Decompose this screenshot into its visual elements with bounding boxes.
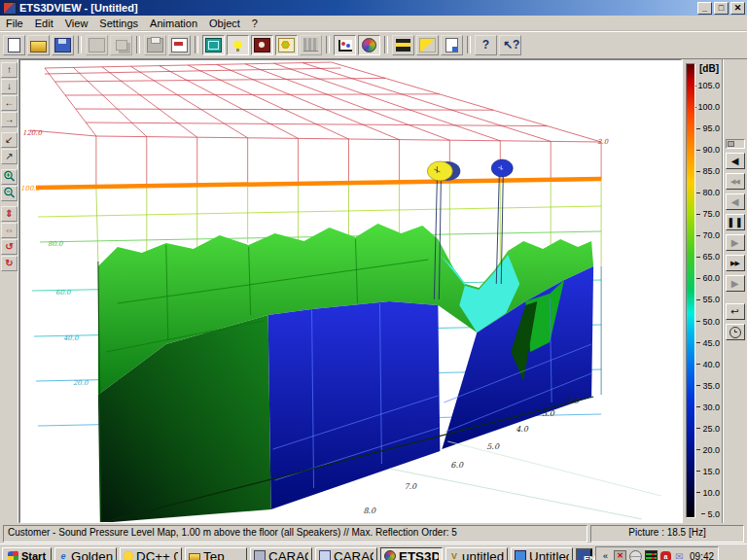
taskbar-task-untitled2[interactable]: Untitled - ... bbox=[511, 547, 573, 560]
zoom-in-button[interactable] bbox=[1, 169, 18, 185]
animation-film-button[interactable] bbox=[392, 35, 414, 55]
scale-row: 100.0 bbox=[695, 102, 720, 112]
language-indicator[interactable]: EN bbox=[576, 548, 592, 560]
scale-tick bbox=[696, 471, 700, 472]
taskbar-task-caracal[interactable]: CARACAL... bbox=[315, 547, 377, 560]
show-mapping-button[interactable] bbox=[275, 35, 298, 55]
edit-object-button[interactable] bbox=[441, 35, 463, 55]
menu-animation[interactable]: Animation bbox=[144, 17, 203, 30]
rotate-up-right-button[interactable]: ↗ bbox=[1, 149, 18, 164]
step-back-button[interactable]: ◀ bbox=[726, 193, 745, 210]
traffic-monitor-icon[interactable] bbox=[645, 550, 658, 560]
show-chart-button[interactable] bbox=[300, 35, 322, 55]
timer-button[interactable] bbox=[726, 324, 745, 340]
taskbar-task-ets3dview[interactable]: ETS3DVIE... bbox=[380, 547, 443, 560]
taskbar-task-caracad[interactable]: CARACAD ... bbox=[250, 547, 312, 560]
rotate-vertical-button[interactable]: ⇕ bbox=[1, 206, 18, 222]
taskbar-task-untitled1[interactable]: V untitled1 - ... bbox=[445, 547, 508, 560]
scale-labels: 105.0 100.0 95.0 90.0 85.0 80.0 75.0 70.… bbox=[695, 81, 720, 519]
skip-to-start-button[interactable]: ◀◀ bbox=[726, 173, 745, 190]
status-bar: Customer - Sound Pressure Level Map, 1.0… bbox=[0, 523, 747, 543]
save-button[interactable] bbox=[52, 35, 74, 55]
scale-tick bbox=[696, 342, 700, 343]
mail-icon[interactable]: ✉ bbox=[674, 551, 685, 560]
pan-up-button[interactable]: ↑ bbox=[1, 62, 18, 78]
menu-view[interactable]: View bbox=[59, 17, 94, 30]
task-label: CARACAL... bbox=[334, 549, 374, 560]
magnifier-minus-icon bbox=[3, 187, 16, 199]
print-button[interactable] bbox=[144, 35, 166, 55]
play-reverse-button[interactable]: ◀ bbox=[726, 153, 745, 169]
start-button[interactable]: Start bbox=[2, 547, 52, 560]
menu-settings[interactable]: Settings bbox=[93, 17, 144, 30]
scale-row: 15.0 bbox=[695, 467, 720, 476]
browser-icon: e bbox=[58, 551, 68, 560]
scale-tick bbox=[696, 299, 700, 300]
close-button[interactable]: ✕ bbox=[730, 2, 745, 15]
menu-help[interactable]: ? bbox=[246, 17, 264, 30]
print-preview-button[interactable] bbox=[168, 35, 191, 55]
menu-object[interactable]: Object bbox=[203, 17, 246, 30]
taskbar-task-dcpp[interactable]: DC++ 0.6... bbox=[120, 547, 182, 560]
taskbar-task-tep[interactable]: Tep bbox=[185, 547, 247, 560]
printer-icon bbox=[147, 38, 163, 52]
export-picture-button[interactable] bbox=[416, 35, 439, 55]
show-grid-map-button[interactable] bbox=[358, 35, 380, 55]
scale-label: 20.0 bbox=[702, 445, 720, 455]
scale-label: 15.0 bbox=[702, 467, 720, 476]
slider-thumb[interactable] bbox=[728, 141, 734, 147]
new-button[interactable] bbox=[3, 35, 25, 55]
scale-label: 100.0 bbox=[697, 102, 720, 112]
spl-surface bbox=[98, 224, 593, 522]
floppy-disk-icon bbox=[54, 38, 71, 52]
tray-collapse-chevron[interactable]: « bbox=[600, 551, 611, 560]
minimize-button[interactable]: _ bbox=[697, 2, 712, 15]
pan-down-button[interactable]: ↓ bbox=[1, 79, 18, 94]
loop-button[interactable]: ↩ bbox=[726, 303, 745, 320]
title-bar: ETS3DVIEW - [Untitled] _ □ ✕ bbox=[0, 0, 747, 16]
globe-icon[interactable] bbox=[629, 550, 642, 560]
spin-right-button[interactable]: ↻ bbox=[1, 256, 18, 271]
antivirus-icon[interactable]: a bbox=[660, 551, 671, 560]
db-axis-label: 120.0 bbox=[22, 129, 43, 137]
show-sources-button[interactable] bbox=[227, 35, 249, 55]
scale-row: 90.0 bbox=[695, 145, 720, 155]
network-error-icon[interactable]: ✕ bbox=[614, 550, 626, 560]
system-tray: « ✕ a ✉ 09:42 bbox=[595, 546, 719, 560]
context-help-button[interactable]: ↖? bbox=[499, 35, 521, 55]
rotate-down-left-button[interactable]: ↙ bbox=[1, 132, 18, 148]
copy-button[interactable] bbox=[110, 35, 132, 55]
db-axis-label: 100.0 bbox=[20, 185, 41, 192]
scale-row: 85.0 bbox=[695, 166, 720, 176]
zoom-out-button[interactable] bbox=[1, 186, 18, 201]
show-listeners-button[interactable] bbox=[251, 35, 273, 55]
open-button[interactable] bbox=[27, 35, 50, 55]
menu-edit[interactable]: Edit bbox=[29, 17, 59, 30]
pan-right-button[interactable]: → bbox=[1, 112, 18, 127]
edit-page-icon bbox=[445, 38, 458, 52]
pan-left-button[interactable]: ← bbox=[1, 95, 18, 111]
show-axes-button[interactable] bbox=[334, 35, 356, 55]
menu-file[interactable]: File bbox=[0, 17, 29, 30]
play-button[interactable]: ▶ bbox=[726, 275, 745, 292]
menu-bar: File Edit View Settings Animation Object… bbox=[0, 16, 747, 31]
3d-viewport[interactable]: 120.0 100.0 80.0 60.0 40.0 20.0 8.0 7.0 … bbox=[19, 59, 682, 523]
speaker-blue bbox=[491, 159, 513, 177]
restore-button[interactable]: □ bbox=[714, 2, 729, 15]
step-forward-button[interactable]: ▶ bbox=[726, 234, 745, 251]
toolbar-separator bbox=[136, 36, 140, 53]
pause-button[interactable]: ❚❚ bbox=[726, 214, 745, 230]
taskbar-task-golden[interactable]: e Golden Pa... bbox=[54, 547, 117, 560]
help-button[interactable]: ? bbox=[475, 35, 497, 55]
tray-clock[interactable]: 09:42 bbox=[688, 551, 714, 560]
spin-left-button[interactable]: ↺ bbox=[1, 239, 18, 255]
spl-3d-scene: 120.0 100.0 80.0 60.0 40.0 20.0 8.0 7.0 … bbox=[20, 60, 681, 522]
taskbar: Start e Golden Pa... DC++ 0.6... Tep CAR… bbox=[0, 543, 747, 560]
rotate-horizontal-button[interactable]: ⇔ bbox=[1, 223, 18, 238]
animation-slider[interactable] bbox=[726, 139, 745, 149]
fast-forward-button[interactable]: ▶▶ bbox=[726, 255, 745, 271]
scale-row: 55.0 bbox=[695, 295, 720, 304]
listener-icon bbox=[254, 38, 270, 52]
copy-picture-button[interactable] bbox=[86, 35, 108, 55]
show-room-button[interactable] bbox=[202, 35, 225, 55]
